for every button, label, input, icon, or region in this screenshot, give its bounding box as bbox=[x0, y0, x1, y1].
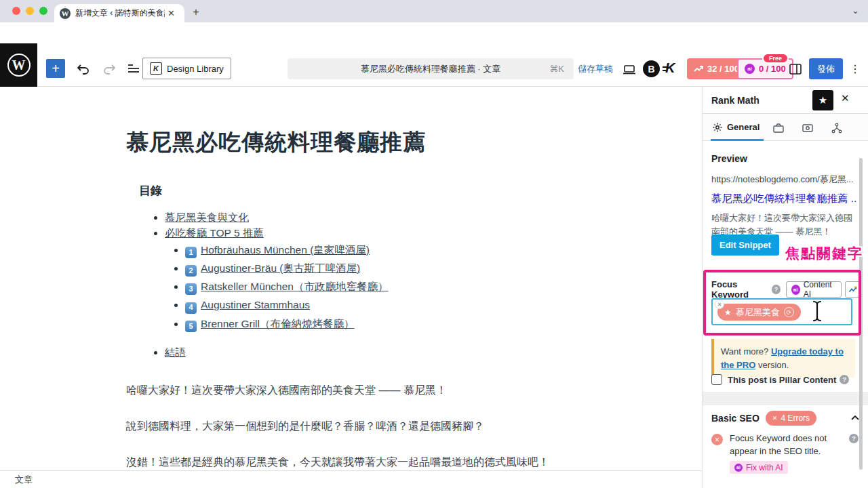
seo-score-value: 32 / 100 bbox=[707, 64, 739, 74]
errors-badge: ✕ 4 Errors bbox=[766, 411, 816, 426]
window-minimize-button[interactable] bbox=[26, 7, 34, 15]
tab-general[interactable]: General bbox=[712, 114, 760, 141]
command-shortcut: ⌘K bbox=[549, 64, 564, 74]
toc-heading[interactable]: 目錄 bbox=[139, 183, 162, 199]
save-draft-button[interactable]: 儲存草稿 bbox=[578, 63, 613, 75]
focus-keyword-label: Focus Keyword bbox=[711, 279, 768, 300]
pin-star-button[interactable]: ★ bbox=[812, 90, 833, 110]
tab-schema-icon[interactable] bbox=[802, 122, 814, 134]
toc-link-restaurant-2[interactable]: Augustiner-Bräu (奧古斯丁啤酒屋) bbox=[201, 262, 360, 274]
content-ai-icon: ai bbox=[745, 64, 755, 74]
wordpress-logo[interactable]: W bbox=[0, 43, 37, 87]
paragraph[interactable]: 說到德國料理，大家第一個想到的是什麼呢？香腸？啤酒？還是德國豬腳？ bbox=[126, 418, 587, 435]
toc-link-restaurant-5[interactable]: Brenner Grill（布倫納燒烤餐廳） bbox=[201, 318, 355, 329]
publish-button[interactable]: 發佈 bbox=[809, 58, 843, 79]
b-plugin-icon[interactable]: B bbox=[643, 60, 660, 77]
free-badge: Free bbox=[762, 53, 789, 64]
trends-button[interactable] bbox=[845, 281, 861, 298]
paragraph[interactable]: 哈囉大家好！這次要帶大家深入德國南部的美食天堂 —— 慕尼黑！ bbox=[126, 382, 587, 399]
basic-seo-header[interactable]: Basic SEO ✕ 4 Errors bbox=[711, 411, 861, 426]
window-close-button[interactable] bbox=[12, 7, 20, 15]
toc-item: 結語 bbox=[165, 347, 388, 358]
pillar-content-row: This post is Pillar Content ? bbox=[711, 374, 849, 385]
toc-item: 3Ratskeller München（市政廳地窖餐廳） bbox=[185, 281, 388, 295]
tab-advanced-briefcase-icon[interactable] bbox=[772, 122, 785, 134]
design-library-icon: K bbox=[150, 62, 162, 75]
content-ai-button[interactable]: ai Content AI bbox=[786, 281, 842, 298]
toc-link-restaurant-4[interactable]: Augustiner Stammhaus bbox=[201, 299, 310, 310]
help-icon[interactable]: ? bbox=[772, 285, 780, 294]
errors-count: 4 Errors bbox=[781, 413, 810, 423]
basic-seo-title: Basic SEO bbox=[711, 413, 760, 424]
annotation-focus-keyword: 焦點關鍵字 bbox=[785, 244, 863, 263]
settings-sidebar-toggle-icon[interactable] bbox=[788, 62, 803, 77]
post-body[interactable]: 哈囉大家好！這次要帶大家深入德國南部的美食天堂 —— 慕尼黑！ 說到德國料理，大… bbox=[126, 382, 587, 470]
star-icon: ★ bbox=[818, 94, 827, 106]
toc-link-restaurant-3[interactable]: Ratskeller München（市政廳地窖餐廳） bbox=[201, 281, 388, 292]
help-icon[interactable]: ? bbox=[849, 434, 859, 443]
wordpress-favicon-icon: W bbox=[60, 8, 71, 19]
preview-device-icon[interactable] bbox=[622, 62, 637, 77]
upgrade-text-suffix: version. bbox=[755, 360, 789, 370]
keycap-1-icon: 1 bbox=[185, 247, 197, 258]
toc-item: 必吃餐廳 TOP 5 推薦 1Hofbräuhaus München (皇家啤酒… bbox=[165, 228, 388, 332]
keyword-tag[interactable]: ✕ ★ 慕尼黑美食 ⟳ bbox=[717, 304, 801, 321]
content-ai-score-value: 0 / 100 bbox=[759, 64, 786, 74]
focus-keyword-input[interactable]: ✕ ★ 慕尼黑美食 ⟳ bbox=[711, 298, 852, 325]
design-library-button[interactable]: K Design Library bbox=[142, 58, 231, 79]
design-library-label: Design Library bbox=[167, 64, 224, 74]
list-view-icon[interactable] bbox=[126, 61, 141, 76]
edit-snippet-button[interactable]: Edit Snippet bbox=[711, 235, 779, 256]
help-icon[interactable]: ? bbox=[840, 375, 849, 384]
breadcrumb[interactable]: 文章 bbox=[15, 474, 33, 486]
upgrade-text-prefix: Want more? bbox=[721, 346, 771, 357]
tab-social-share-icon[interactable] bbox=[831, 122, 843, 134]
toc-link-culture[interactable]: 慕尼黑美食與文化 bbox=[165, 211, 249, 223]
tab-close-icon[interactable]: ✕ bbox=[167, 8, 175, 18]
tab-general-label: General bbox=[727, 122, 760, 132]
error-icon: ✕ bbox=[711, 434, 723, 445]
browser-tab-strip: W 新增文章 ‹ 諾特斯的美食護照 – ✕ + ⌄ bbox=[0, 0, 868, 22]
editor-options-icon[interactable]: ⋮ bbox=[850, 62, 861, 75]
preview-heading: Preview bbox=[711, 153, 856, 164]
document-title-button[interactable]: 慕尼黑必吃傳統料理餐廳推薦 · 文章 ⌘K bbox=[288, 58, 574, 79]
tab-search-icon[interactable]: ⌄ bbox=[852, 5, 859, 16]
kadence-icon[interactable]: K bbox=[665, 60, 675, 76]
window-zoom-button[interactable] bbox=[39, 7, 47, 15]
close-icon: ✕ bbox=[772, 415, 778, 422]
wordpress-w-icon: W bbox=[7, 54, 31, 77]
toc-item: 2Augustiner-Bräu (奧古斯丁啤酒屋) bbox=[185, 263, 388, 277]
toc-item: 5Brenner Grill（布倫納燒烤餐廳） bbox=[185, 319, 388, 332]
star-icon: ★ bbox=[724, 308, 732, 317]
refresh-keyword-icon[interactable]: ⟳ bbox=[784, 307, 794, 317]
block-inserter-button[interactable]: + bbox=[46, 59, 65, 78]
content-ai-label: Content AI bbox=[804, 280, 836, 299]
active-tab-underline bbox=[711, 139, 764, 141]
sidebar-scrollbar[interactable] bbox=[859, 158, 863, 470]
undo-icon[interactable] bbox=[76, 61, 91, 76]
section-divider bbox=[703, 392, 868, 405]
paragraph[interactable]: 沒錯！這些都是經典的慕尼黑美食，今天就讓我帶著大家一起品嚐最道地的德式風味吧！ bbox=[126, 454, 587, 470]
content-ai-icon: ai bbox=[734, 464, 743, 472]
new-tab-button[interactable]: + bbox=[193, 5, 199, 19]
browser-tab[interactable]: W 新增文章 ‹ 諾特斯的美食護照 – ✕ bbox=[54, 4, 184, 22]
toc-item: 4Augustiner Stammhaus bbox=[185, 300, 388, 313]
toc-link-restaurant-1[interactable]: Hofbräuhaus München (皇家啤酒屋) bbox=[201, 244, 370, 256]
post-title[interactable]: 慕尼黑必吃傳統料理餐廳推薦 bbox=[126, 127, 426, 158]
gear-icon bbox=[712, 122, 723, 133]
keycap-2-icon: 2 bbox=[185, 265, 197, 277]
remove-keyword-icon[interactable]: ✕ bbox=[715, 300, 724, 309]
editor-canvas[interactable]: 慕尼黑必吃傳統料理餐廳推薦 目錄 慕尼黑美食與文化 必吃餐廳 TOP 5 推薦 … bbox=[0, 87, 702, 470]
document-title: 慕尼黑必吃傳統料理餐廳推薦 · 文章 bbox=[361, 63, 501, 75]
editor-footer: 文章 bbox=[0, 470, 702, 488]
sidebar-tabs: General bbox=[703, 114, 868, 141]
fix-with-ai-button[interactable]: ai Fix with AI bbox=[730, 461, 788, 474]
toc-link-conclusion[interactable]: 結語 bbox=[165, 346, 186, 358]
pillar-content-label: This post is Pillar Content bbox=[728, 375, 836, 385]
toc-link-top5[interactable]: 必吃餐廳 TOP 5 推薦 bbox=[165, 227, 264, 239]
keycap-4-icon: 4 bbox=[185, 302, 197, 314]
pillar-content-checkbox[interactable] bbox=[711, 374, 722, 385]
redo-icon[interactable] bbox=[102, 61, 117, 76]
close-sidebar-icon[interactable]: ✕ bbox=[841, 92, 850, 104]
serp-preview: Preview https://notesblogdemo.com/慕尼黑...… bbox=[711, 153, 856, 238]
